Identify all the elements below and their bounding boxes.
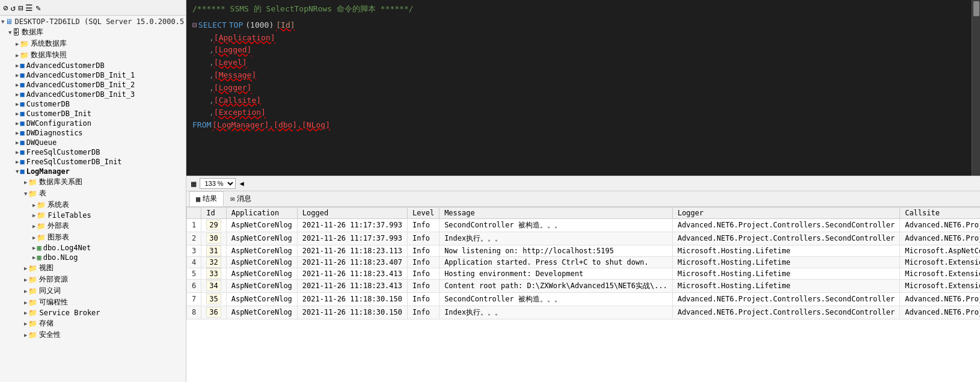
tree-server-node[interactable]: ▼ 🖥 DESKTOP-T2D6ILD (SQL Server 15.0.200… xyxy=(0,17,186,26)
tree-databases-folder[interactable]: ▼ 🗄 数据库 xyxy=(0,26,186,38)
cell-application: AspNetCoreNlog xyxy=(226,256,297,268)
tree-freesqlcustdb[interactable]: ▶ ■ FreeSqlCustomerDB xyxy=(0,147,186,157)
tree-storage[interactable]: ▶ 📁 存储 xyxy=(0,318,186,329)
tree-tables-folder[interactable]: ▼ 📁 表 xyxy=(0,188,186,199)
tree-logmanager[interactable]: ▼ ■ LogManager xyxy=(0,167,186,176)
props-icon[interactable]: ☰ xyxy=(25,3,33,13)
advcustdb-icon: ■ xyxy=(20,61,24,70)
result-grid[interactable]: Id Application Logged Level Message Logg… xyxy=(186,207,980,383)
tree-advcustdb-init2[interactable]: ▶ ■ AdvancedCustomerDB_Init_2 xyxy=(0,80,186,90)
sql-editor[interactable]: /****** SSMS 的 SelectTopNRows 命令的脚本 ****… xyxy=(186,0,972,176)
tree-customerdb[interactable]: ▶ ■ CustomerDB xyxy=(0,99,186,109)
tab-results[interactable]: ▦ 结果 xyxy=(189,191,224,206)
tree-advcustdb-init3[interactable]: ▶ ■ AdvancedCustomerDB_Init_3 xyxy=(0,90,186,99)
customerdb-init-icon: ■ xyxy=(20,109,24,118)
nlog-label: dbo.NLog xyxy=(43,253,78,262)
tree-advcustdb[interactable]: ▶ ■ AdvancedCustomerDB xyxy=(0,61,186,70)
views-icon: 📁 xyxy=(28,264,37,273)
cell-logged: 2021-11-26 11:17:37.993 xyxy=(297,218,407,232)
row-num: 8 xyxy=(187,306,201,319)
exception-col: [Exception] xyxy=(214,106,266,119)
logger-col: [Logger] xyxy=(214,82,252,94)
tree-dbo-nlog[interactable]: ▶ ▦ dbo.NLog xyxy=(0,253,186,262)
tree-graph-tables[interactable]: ▶ 📁 图形表 xyxy=(0,232,186,243)
col-header-id: Id xyxy=(201,207,226,218)
zoom-select[interactable]: 133 % 100 % 150 % xyxy=(200,178,236,189)
level-col: [Level] xyxy=(214,57,247,69)
cell-id: 35 xyxy=(201,292,226,306)
filetables-icon: 📁 xyxy=(37,211,46,220)
cell-logger: Microsoft.Hosting.Lifetime xyxy=(672,256,899,268)
tree-system-db[interactable]: ▶ 📁 系统数据库 xyxy=(0,38,186,49)
cell-application: AspNetCoreNlog xyxy=(226,279,297,292)
sql-line-4: , [Level] xyxy=(192,57,966,69)
tree-customerdb-init[interactable]: ▶ ■ CustomerDB_Init xyxy=(0,109,186,119)
cell-level: Info xyxy=(408,279,439,292)
col-header-level: Level xyxy=(408,207,439,218)
cell-callsite: Advanced.NET6.Projec xyxy=(900,218,980,232)
table-row: 8 36 AspNetCoreNlog 2021-11-26 11:18:30.… xyxy=(187,306,981,319)
tree-security[interactable]: ▶ 📁 安全性 xyxy=(0,329,186,340)
object-explorer: ⊘ ↺ ⊟ ☰ ✎ ▼ 🖥 DESKTOP-T2D6ILD (SQL Serve… xyxy=(0,0,186,382)
freesqlcustdb-label: FreeSqlCustomerDB xyxy=(26,148,100,156)
top-value: (1000) xyxy=(245,19,274,32)
tree-synonyms[interactable]: ▶ 📁 同义词 xyxy=(0,285,186,297)
tree-sys-tables[interactable]: ▶ 📁 系统表 xyxy=(0,199,186,211)
sql-line-3: , [Logged] xyxy=(192,44,966,57)
snap-label: 数据库快照 xyxy=(31,50,67,60)
table-row: 5 33 AspNetCoreNlog 2021-11-26 11:18:23.… xyxy=(187,268,981,279)
cell-message: Application started. Press Ctrl+C to shu… xyxy=(439,256,673,268)
cell-id: 33 xyxy=(201,268,226,279)
cell-application: AspNetCoreNlog xyxy=(226,218,297,232)
cell-level: Info xyxy=(408,218,439,232)
tree-db-snapshots[interactable]: ▶ 📁 数据库快照 xyxy=(0,49,186,61)
new-query-icon[interactable]: ✎ xyxy=(35,3,40,13)
tables-folder-icon: 📁 xyxy=(28,189,37,198)
tree-dwqueue[interactable]: ▶ ■ DWQueue xyxy=(0,138,186,147)
collapse-icon[interactable]: ⊟ xyxy=(18,3,23,13)
customerdb-label: CustomerDB xyxy=(26,100,70,108)
tree-dwdiag[interactable]: ▶ ■ DWDiagnostics xyxy=(0,128,186,138)
col-header-message: Message xyxy=(439,207,673,218)
zoom-nav-left[interactable]: ◀ xyxy=(239,179,243,188)
col-header-application: Application xyxy=(226,207,297,218)
row-num: 4 xyxy=(187,256,201,268)
freesqlcustdb-init-label: FreeSqlCustomerDB_Init xyxy=(26,158,122,166)
tree-filetables[interactable]: ▶ 📁 FileTables xyxy=(0,211,186,220)
storage-icon: 📁 xyxy=(28,319,37,328)
tree-dbo-log4net[interactable]: ▶ ▦ dbo.Log4Net xyxy=(0,243,186,253)
advcustdb-init1-icon: ■ xyxy=(20,71,24,79)
row-num: 6 xyxy=(187,279,201,292)
tree-views[interactable]: ▶ 📁 视图 xyxy=(0,262,186,274)
sidebar-toolbar: ⊘ ↺ ⊟ ☰ ✎ xyxy=(0,0,186,16)
callsite-col: [Callsite] xyxy=(214,94,261,107)
tree-ext-tables[interactable]: ▶ 📁 外部表 xyxy=(0,220,186,232)
nlog-icon: ▦ xyxy=(37,253,41,262)
cell-level: Info xyxy=(408,268,439,279)
tree-service-broker[interactable]: ▶ 📁 Service Broker xyxy=(0,308,186,318)
select-kw: SELECT xyxy=(198,19,227,32)
server-icon: 🖥 xyxy=(5,17,13,26)
from-table: [LogManager].[dbo].[NLog] xyxy=(212,119,330,132)
tree-db-diagram[interactable]: ▶ 📁 数据库关系图 xyxy=(0,176,186,188)
databases-label: 数据库 xyxy=(22,27,43,37)
dwdiag-label: DWDiagnostics xyxy=(26,129,83,137)
editor-scrollbar[interactable] xyxy=(972,0,980,176)
results-table: Id Application Logged Level Message Logg… xyxy=(186,207,980,319)
editor-scrollbar-thumb[interactable] xyxy=(973,1,979,16)
cell-message: Index执行。。。 xyxy=(439,306,673,319)
results-tab-label: 结果 xyxy=(203,194,217,204)
dwqueue-icon: ■ xyxy=(20,138,24,147)
filter-icon[interactable]: ⊘ xyxy=(3,3,8,13)
sidebar-tree: ▼ 🖥 DESKTOP-T2D6ILD (SQL Server 15.0.200… xyxy=(0,16,186,382)
refresh-icon[interactable]: ↺ xyxy=(10,3,15,13)
cell-id: 32 xyxy=(201,256,226,268)
tree-freesqlcustdb-init[interactable]: ▶ ■ FreeSqlCustomerDB_Init xyxy=(0,157,186,167)
tree-programmability[interactable]: ▶ 📁 可编程性 xyxy=(0,297,186,308)
tree-ext-resources[interactable]: ▶ 📁 外部资源 xyxy=(0,274,186,285)
tree-dwconfig[interactable]: ▶ ■ DWConfiguration xyxy=(0,119,186,128)
tree-advcustdb-init1[interactable]: ▶ ■ AdvancedCustomerDB_Init_1 xyxy=(0,70,186,80)
row-num: 2 xyxy=(187,232,201,245)
results-tab-icon: ▦ xyxy=(196,195,200,203)
tab-messages[interactable]: ✉ 消息 xyxy=(224,191,258,206)
